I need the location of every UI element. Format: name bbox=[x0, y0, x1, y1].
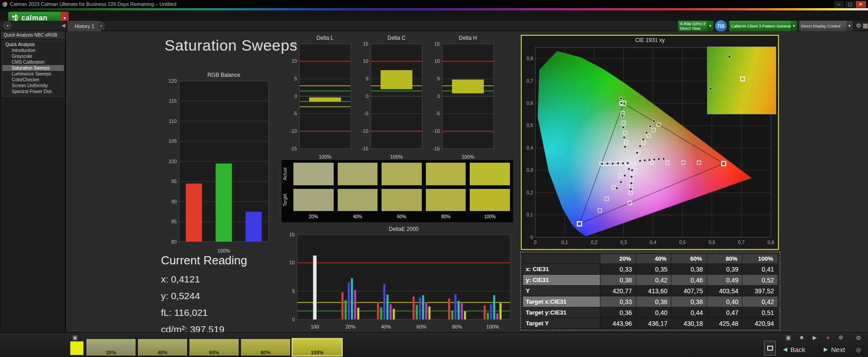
sidebar-item-grayscale[interactable]: Grayscale bbox=[2, 53, 64, 59]
table-value-cell: 425,48 bbox=[707, 318, 742, 329]
pattern-generator-dropdown[interactable]: CalMAN Client 3 Pattern Generator ▾ bbox=[729, 21, 797, 31]
gear-icon[interactable]: ⚙ bbox=[856, 22, 861, 29]
actual-target-swatch-grid[interactable]: ActualTarget20%40%60%80%100% bbox=[282, 160, 513, 222]
target-swatch-20% bbox=[293, 188, 334, 212]
collapse-sidebar-icon[interactable]: ◀ bbox=[61, 23, 65, 28]
gear-icon[interactable]: ⚙ bbox=[836, 334, 846, 341]
pattern-thumbnail-60%[interactable]: 60% bbox=[189, 338, 239, 356]
svg-text:15: 15 bbox=[292, 41, 297, 47]
window-layout-button[interactable] bbox=[764, 341, 776, 356]
sidebar-item-spectral-power-dist-[interactable]: Spectral Power Dist. bbox=[2, 89, 64, 94]
close-button[interactable]: ✕ bbox=[856, 1, 866, 8]
svg-text:85: 85 bbox=[171, 219, 177, 224]
svg-text:100%: 100% bbox=[486, 324, 499, 329]
svg-text:0,4: 0,4 bbox=[650, 240, 656, 245]
svg-text:100: 100 bbox=[169, 159, 177, 164]
swatch-col-label: 80% bbox=[425, 214, 467, 221]
svg-text:0,1: 0,1 bbox=[526, 212, 533, 217]
delta-h-chart[interactable]: Delta H-15-10-5051015100% bbox=[429, 35, 497, 162]
sidebar-item-screen-uniformity[interactable]: Screen Uniformity bbox=[2, 83, 64, 89]
camera-icon[interactable]: ▣ bbox=[70, 334, 80, 341]
record-icon[interactable]: ● bbox=[823, 334, 833, 341]
svg-text:0,5: 0,5 bbox=[526, 122, 533, 128]
window-icon bbox=[767, 346, 773, 351]
sidebar-item-cms-calibration[interactable]: CMS Calibration bbox=[2, 59, 64, 65]
current-reading-title: Current Reading bbox=[161, 254, 283, 268]
target-swatch-100% bbox=[469, 188, 510, 212]
display-control-dropdown[interactable]: Direct Display Control ▾ bbox=[799, 21, 853, 31]
add-tab-button[interactable]: + bbox=[98, 23, 104, 29]
play-icon[interactable]: ▶ bbox=[810, 334, 820, 341]
cie-chart-panel[interactable]: CIE 1931 xy 000,10,10,20,20,30,30,40,40,… bbox=[521, 35, 779, 250]
table-value-cell: 0,41 bbox=[742, 264, 778, 275]
pattern-thumbnail-20%[interactable]: 20% bbox=[86, 338, 136, 356]
svg-text:80%: 80% bbox=[452, 324, 462, 329]
chevron-down-icon: ▾ bbox=[707, 21, 713, 31]
current-reading-line: y: 0,5244 bbox=[161, 291, 283, 301]
swatch-grid-corner bbox=[283, 214, 290, 221]
sidebar-item-introduction[interactable]: Introduction bbox=[2, 47, 64, 53]
gear-icon[interactable]: ⚙ bbox=[856, 334, 861, 341]
bottom-bar: ▣ 20%40%60%80%100% ▣ ■ ▶ ● ⚙ ◀ Back ▶ Ne… bbox=[0, 332, 868, 357]
svg-text:5: 5 bbox=[366, 76, 368, 81]
svg-text:0,1: 0,1 bbox=[561, 240, 568, 245]
titlebar: Calman 2023 Calman Ultimate for Business… bbox=[0, 0, 868, 8]
table-value-cell: 0,35 bbox=[636, 264, 671, 275]
screenshot-icon[interactable]: ▣ bbox=[783, 334, 793, 341]
sidebar-item-saturation-sweeps[interactable]: Saturation Sweeps bbox=[2, 65, 64, 71]
table-row-label: Target x:CIE31 bbox=[523, 296, 600, 307]
chevron-down-icon: ▾ bbox=[791, 21, 797, 31]
table-row-label: Target Y bbox=[523, 318, 600, 329]
stop-icon[interactable]: ■ bbox=[797, 334, 807, 341]
table-row: y: CIE310,380,420,460,490,52 bbox=[523, 275, 778, 286]
svg-text:0,8: 0,8 bbox=[526, 56, 533, 61]
svg-text:90: 90 bbox=[171, 199, 177, 204]
svg-text:0,8: 0,8 bbox=[768, 240, 774, 245]
pattern-thumbnail-40%[interactable]: 40% bbox=[137, 338, 188, 356]
minimize-button[interactable]: – bbox=[834, 1, 844, 8]
workflow-root-node[interactable]: Quick Analysis bbox=[2, 42, 64, 47]
svg-text:-5: -5 bbox=[292, 111, 297, 116]
meter-status-badge[interactable]: 715 bbox=[715, 20, 726, 32]
pattern-thumbnail-80%[interactable]: 80% bbox=[241, 338, 291, 356]
workflow-header: Quick Analysis NBC sRGB bbox=[1, 31, 65, 39]
delta-l-chart[interactable]: Delta L-15-10-5051015100% bbox=[286, 35, 354, 162]
layout-icon[interactable]: ▦ bbox=[863, 22, 868, 29]
pattern-thumbnail-100%[interactable]: 100% bbox=[292, 338, 342, 356]
meter-line2: Direct View bbox=[680, 26, 700, 31]
current-reading[interactable]: Current Reading x: 0,4121y: 0,5244fL: 11… bbox=[161, 254, 283, 341]
rgb-balance-chart[interactable]: RGB Balance80859095100105110115120100% bbox=[162, 70, 272, 256]
delta-c-chart[interactable]: Delta C-15-10-5051015100% bbox=[357, 35, 426, 162]
tab-history-1[interactable]: History 1 bbox=[68, 21, 101, 31]
target-icon[interactable]: ◎ bbox=[856, 346, 861, 353]
table-col-header: 60% bbox=[671, 254, 707, 264]
table-value-cell: 0,49 bbox=[707, 275, 742, 286]
sidebar-item-colorchecker[interactable]: ColorChecker bbox=[2, 77, 64, 83]
maximize-button[interactable]: ▢ bbox=[845, 1, 855, 8]
svg-text:40%: 40% bbox=[381, 324, 391, 329]
svg-text:DeltaE 2000: DeltaE 2000 bbox=[389, 226, 419, 232]
svg-text:0,2: 0,2 bbox=[591, 240, 598, 245]
table-row: x: CIE310,330,350,380,390,41 bbox=[523, 264, 778, 275]
page-title: Saturation Sweeps bbox=[165, 37, 297, 54]
deltae2000-chart[interactable]: DeltaE 200005101510020%40%60%80%100% bbox=[284, 225, 515, 331]
table-row-label: Y bbox=[523, 286, 600, 296]
sidebar: Quick Analysis NBC sRGB Quick Analysis I… bbox=[1, 31, 66, 332]
svg-text:15: 15 bbox=[363, 41, 368, 47]
table-row: Y420,77413,60407,75403,54397,52 bbox=[523, 286, 778, 296]
svg-text:100%: 100% bbox=[217, 248, 230, 254]
next-button[interactable]: ▶ Next bbox=[824, 343, 845, 355]
svg-text:-10: -10 bbox=[361, 128, 368, 134]
thumbnail-label: 20% bbox=[86, 350, 136, 355]
back-button[interactable]: ◀ Back bbox=[783, 343, 806, 355]
svg-text:-10: -10 bbox=[433, 128, 440, 134]
svg-text:60%: 60% bbox=[416, 324, 426, 329]
svg-text:RGB Balance: RGB Balance bbox=[208, 72, 241, 78]
svg-text:20%: 20% bbox=[345, 324, 355, 329]
sidebar-item-luminance-sweeps[interactable]: Luminance Sweeps bbox=[2, 71, 64, 77]
back-arrow-icon: ◀ bbox=[783, 346, 787, 352]
panel-toggle-button[interactable] bbox=[4, 22, 11, 29]
actual-swatch-80% bbox=[425, 162, 467, 186]
table-value-cell: 436,17 bbox=[636, 318, 671, 329]
meter-dropdown[interactable]: X-Rite i1Pro 3 Direct View ▾ bbox=[678, 21, 713, 31]
